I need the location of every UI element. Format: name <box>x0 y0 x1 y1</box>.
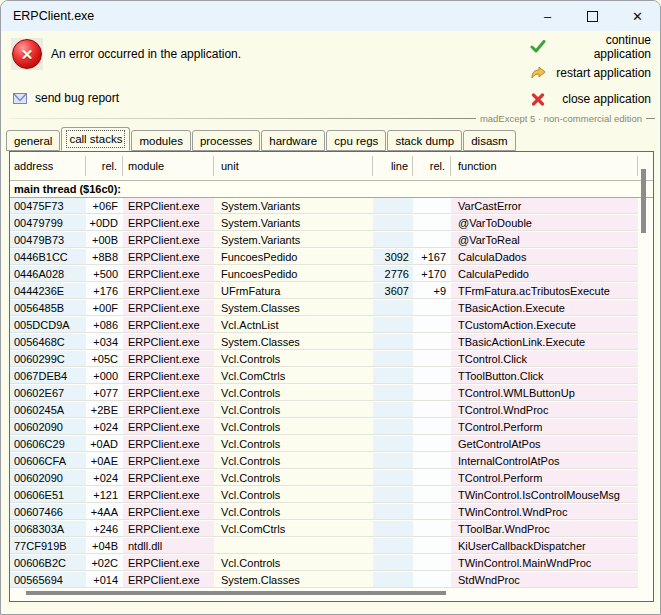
cell-function: TWinControl.WndProc <box>451 504 638 520</box>
table-row[interactable]: 0446B1CC+8B8ERPClient.exeFuncoesPedido30… <box>10 249 653 266</box>
column-header-function[interactable]: function <box>451 156 638 176</box>
table-row[interactable]: 00606C29+0ADERPClient.exeVcl.ControlsGet… <box>10 436 653 453</box>
horizontal-scrollbar-thumb[interactable] <box>26 591 446 595</box>
cell-module: ERPClient.exe <box>123 266 214 282</box>
table-row[interactable]: 0068303A+246ERPClient.exeVcl.ComCtrlsTTo… <box>10 521 653 538</box>
table-row[interactable]: 00475F73+06FERPClient.exeSystem.Variants… <box>10 198 653 215</box>
maximize-icon <box>587 11 598 22</box>
call-stack-table: addressrel.moduleunitlinerel.function ma… <box>9 151 654 602</box>
cell-unit <box>214 538 373 554</box>
cell-function: VarCastError <box>451 198 638 214</box>
cell-rel2 <box>413 555 451 571</box>
cell-function: TControl.WndProc <box>451 402 638 418</box>
cell-line <box>373 555 413 571</box>
cell-rel2 <box>413 351 451 367</box>
table-body: 00475F73+06FERPClient.exeSystem.Variants… <box>10 198 653 589</box>
cell-line <box>373 487 413 503</box>
cell-rel2 <box>413 504 451 520</box>
close-x-icon <box>529 93 546 106</box>
table-row[interactable]: 0056468C+034ERPClient.exeSystem.ClassesT… <box>10 334 653 351</box>
tab-stack-dump[interactable]: stack dump <box>387 130 462 151</box>
cell-function: @VarToDouble <box>451 215 638 231</box>
cell-line <box>373 215 413 231</box>
tab-label: stack dump <box>395 135 454 147</box>
separator-line-tail <box>646 118 655 119</box>
close-application-link[interactable]: close application <box>529 91 651 107</box>
cell-line <box>373 385 413 401</box>
table-row[interactable]: 0444236E+176ERPClient.exeUFrmFatura3607+… <box>10 283 653 300</box>
column-header-rel[interactable]: rel. <box>86 156 123 176</box>
cell-function: CalculaPedido <box>451 266 638 282</box>
tab-label: processes <box>200 135 252 147</box>
table-row[interactable]: 00606CFA+0AEERPClient.exeVcl.ControlsInt… <box>10 453 653 470</box>
table-row[interactable]: 00602E67+077ERPClient.exeVcl.ControlsTCo… <box>10 385 653 402</box>
tab-modules[interactable]: modules <box>131 130 190 151</box>
send-bug-report-link[interactable]: send bug report <box>13 91 119 105</box>
table-row[interactable]: 00606E51+121ERPClient.exeVcl.ControlsTWi… <box>10 487 653 504</box>
tab-general[interactable]: general <box>6 130 60 151</box>
cell-module: ERPClient.exe <box>123 215 214 231</box>
table-row[interactable]: 00479B73+00BERPClient.exeSystem.Variants… <box>10 232 653 249</box>
cell-rel: +00F <box>86 300 123 316</box>
cell-function: TFrmFatura.acTributosExecute <box>451 283 638 299</box>
tab-bar: generalcall stacksmodulesprocesseshardwa… <box>6 129 516 151</box>
table-row[interactable]: 00607466+4AAERPClient.exeVcl.ControlsTWi… <box>10 504 653 521</box>
table-row[interactable]: 00602090+024ERPClient.exeVcl.ControlsTCo… <box>10 470 653 487</box>
table-row[interactable]: 77CF919B+04Bntdll.dllKiUserCallbackDispa… <box>10 538 653 555</box>
tab-processes[interactable]: processes <box>192 130 260 151</box>
table-row[interactable]: 00565694+014ERPClient.exeSystem.ClassesS… <box>10 572 653 589</box>
cell-module: ERPClient.exe <box>123 334 214 350</box>
cell-function: TControl.WMLButtonUp <box>451 385 638 401</box>
cell-address: 00606B2C <box>10 555 86 571</box>
tab-cpu-regs[interactable]: cpu regs <box>326 130 386 151</box>
cell-rel: +246 <box>86 521 123 537</box>
cell-line <box>373 504 413 520</box>
table-row[interactable]: 0067DEB4+000ERPClient.exeVcl.ComCtrlsTTo… <box>10 368 653 385</box>
cell-module: ERPClient.exe <box>123 249 214 265</box>
cell-unit: FuncoesPedido <box>214 266 373 282</box>
table-row[interactable]: 0060299C+05CERPClient.exeVcl.ControlsTCo… <box>10 351 653 368</box>
column-header-module[interactable]: module <box>123 156 214 176</box>
cell-unit: Vcl.ActnList <box>214 317 373 333</box>
table-row[interactable]: 0446A028+500ERPClient.exeFuncoesPedido27… <box>10 266 653 283</box>
tab-disasm[interactable]: disasm <box>463 130 515 151</box>
column-header-rel2[interactable]: rel. <box>413 156 451 176</box>
table-row[interactable]: 005DCD9A+086ERPClient.exeVcl.ActnListTCu… <box>10 317 653 334</box>
minimize-button[interactable]: – <box>525 1 570 31</box>
table-row[interactable]: 0056485B+00FERPClient.exeSystem.ClassesT… <box>10 300 653 317</box>
cell-unit: Vcl.ComCtrls <box>214 521 373 537</box>
cell-module: ERPClient.exe <box>123 283 214 299</box>
cell-rel2: +9 <box>413 283 451 299</box>
tab-hardware[interactable]: hardware <box>261 130 325 151</box>
continue-application-link[interactable]: continue application <box>529 39 651 55</box>
column-header-address[interactable]: address <box>10 156 86 176</box>
cell-rel2 <box>413 436 451 452</box>
envelope-icon <box>13 93 27 104</box>
tab-label: modules <box>139 135 182 147</box>
cell-function: GetControlAtPos <box>451 436 638 452</box>
cell-line <box>373 470 413 486</box>
table-row[interactable]: 00602090+024ERPClient.exeVcl.ControlsTCo… <box>10 419 653 436</box>
cell-line <box>373 368 413 384</box>
cell-module: ERPClient.exe <box>123 385 214 401</box>
column-header-line[interactable]: line <box>373 156 413 176</box>
cell-function: TCustomAction.Execute <box>451 317 638 333</box>
cell-rel2 <box>413 521 451 537</box>
table-row[interactable]: 0060245A+2BEERPClient.exeVcl.ControlsTCo… <box>10 402 653 419</box>
tab-label: cpu regs <box>334 135 378 147</box>
table-row[interactable]: 00606B2C+02CERPClient.exeVcl.ControlsTWi… <box>10 555 653 572</box>
table-row[interactable]: 00479799+0DDERPClient.exeSystem.Variants… <box>10 215 653 232</box>
close-application-label: close application <box>546 92 651 106</box>
tab-call-stacks[interactable]: call stacks <box>61 127 130 151</box>
continue-application-label: continue application <box>546 33 651 61</box>
maximize-button[interactable] <box>570 1 615 31</box>
column-header-unit[interactable]: unit <box>214 156 373 176</box>
cell-rel: +034 <box>86 334 123 350</box>
restart-application-link[interactable]: restart application <box>529 65 651 81</box>
close-window-button[interactable]: ✕ <box>615 1 660 31</box>
cell-address: 0446B1CC <box>10 249 86 265</box>
cell-function: CalculaDados <box>451 249 638 265</box>
cell-unit: FuncoesPedido <box>214 249 373 265</box>
cell-module: ERPClient.exe <box>123 521 214 537</box>
vertical-scrollbar-thumb[interactable] <box>641 169 646 233</box>
